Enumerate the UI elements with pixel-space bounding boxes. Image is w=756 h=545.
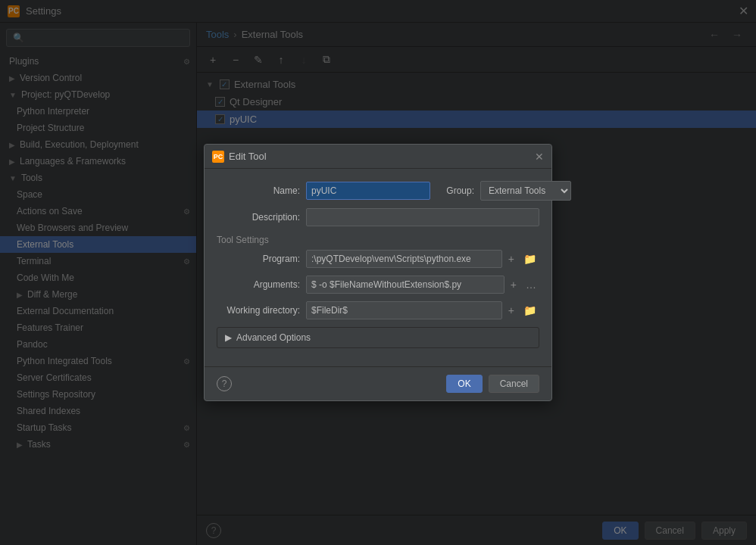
name-row: Name: Group: External Tools: [217, 181, 539, 201]
program-browse-btn[interactable]: 📁: [520, 251, 539, 266]
dialog-title: Edit Tool: [229, 151, 267, 162]
dialog-footer: ? OK Cancel: [205, 366, 551, 400]
advanced-label: Advanced Options: [236, 332, 311, 343]
arguments-row: Arguments: + …: [217, 276, 539, 294]
program-add-btn[interactable]: +: [505, 251, 517, 266]
description-label: Description:: [217, 212, 300, 223]
arguments-add-btn[interactable]: +: [508, 277, 520, 292]
program-row: Program: + 📁: [217, 250, 539, 268]
advanced-header[interactable]: ▶ Advanced Options: [217, 328, 539, 347]
description-row: Description:: [217, 208, 539, 226]
working-dir-label: Working directory:: [217, 305, 300, 316]
name-input[interactable]: [306, 182, 430, 200]
working-dir-add-btn[interactable]: +: [505, 303, 517, 318]
dialog-close-button[interactable]: ✕: [535, 151, 544, 163]
tool-settings-label: Tool Settings: [217, 235, 269, 245]
arguments-input-group: + …: [306, 276, 539, 294]
dialog-title-left: PC Edit Tool: [212, 151, 267, 163]
working-dir-browse-btn[interactable]: 📁: [520, 303, 539, 318]
arguments-label: Arguments:: [217, 279, 300, 290]
dialog-ok-button[interactable]: OK: [446, 375, 482, 393]
dialog-cancel-button[interactable]: Cancel: [489, 375, 539, 393]
working-dir-input-group: + 📁: [306, 301, 539, 319]
group-select[interactable]: External Tools: [480, 181, 571, 201]
dialog-app-icon: PC: [212, 151, 224, 163]
program-label: Program:: [217, 254, 300, 264]
dialog-body: Name: Group: External Tools Description:…: [205, 169, 551, 366]
program-input-group: + 📁: [306, 250, 539, 268]
description-input[interactable]: [306, 208, 539, 226]
arguments-input[interactable]: [306, 276, 505, 294]
tool-settings-section: Tool Settings: [217, 234, 539, 245]
edit-tool-dialog: PC Edit Tool ✕ Name: Group: External Too…: [204, 144, 552, 401]
advanced-arrow: ▶: [225, 332, 232, 343]
modal-overlay: PC Edit Tool ✕ Name: Group: External Too…: [0, 0, 756, 545]
arguments-browse-btn[interactable]: …: [523, 277, 539, 292]
name-label: Name:: [217, 185, 300, 196]
group-select-wrapper: External Tools: [480, 181, 571, 201]
working-dir-row: Working directory: + 📁: [217, 301, 539, 319]
advanced-section: ▶ Advanced Options: [217, 327, 539, 348]
group-label: Group:: [436, 185, 474, 196]
program-input[interactable]: [306, 250, 502, 268]
dialog-footer-buttons: OK Cancel: [446, 375, 539, 393]
working-dir-input[interactable]: [306, 301, 502, 319]
dialog-titlebar: PC Edit Tool ✕: [205, 145, 551, 169]
dialog-help-button[interactable]: ?: [217, 376, 232, 391]
